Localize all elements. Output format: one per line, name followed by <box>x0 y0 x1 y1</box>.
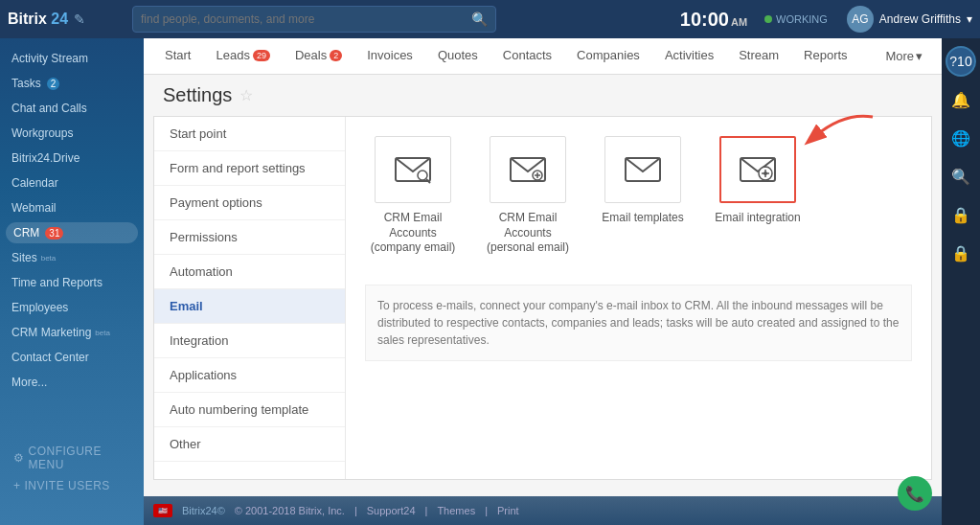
topbar: Bitrix 24 ✎ 🔍 10:00 AM WORKING AG Andrew… <box>0 0 980 38</box>
email-personal-icon <box>509 154 547 185</box>
settings-nav-form-report[interactable]: Form and report settings <box>154 151 345 186</box>
bell-icon[interactable]: 🔔 <box>946 84 976 115</box>
settings-layout: Start point Form and report settings Pay… <box>153 116 932 480</box>
tab-more[interactable]: More ▾ <box>876 41 932 71</box>
email-icon-box-company <box>375 136 451 203</box>
search-input[interactable] <box>141 12 471 26</box>
email-item-integration[interactable]: Email integration <box>710 136 806 256</box>
lock-icon[interactable]: 🔒 <box>946 199 976 230</box>
time-period: AM <box>731 16 747 28</box>
email-company-icon <box>394 154 432 185</box>
favorite-star-icon[interactable]: ☆ <box>239 86 253 104</box>
svg-point-12 <box>763 171 767 175</box>
sidebar-label-activity: Activity Stream <box>11 52 88 65</box>
sidebar-item-crm-marketing[interactable]: CRM Marketing beta <box>0 320 144 345</box>
footer-separator3: | <box>485 505 488 516</box>
time-display: 10:00 AM <box>680 9 747 31</box>
tab-start[interactable]: Start <box>153 40 202 72</box>
search-right-icon[interactable]: 🔍 <box>946 161 976 192</box>
sidebar-item-activity-stream[interactable]: Activity Stream <box>0 46 144 71</box>
sidebar-item-employees[interactable]: Employees <box>0 295 144 320</box>
sidebar-item-calendar[interactable]: Calendar <box>0 171 144 195</box>
tab-invoices[interactable]: Invoices <box>355 40 424 72</box>
settings-nav-other[interactable]: Other <box>154 427 345 462</box>
tab-reports-label: Reports <box>804 48 848 62</box>
sidebar-item-workgroups[interactable]: Workgroups <box>0 121 144 146</box>
footer-themes-link[interactable]: Themes <box>437 505 475 516</box>
working-status[interactable]: WORKING <box>764 13 828 25</box>
description-text: To process e-mails, connect your company… <box>377 299 899 347</box>
user-chevron-icon: ▾ <box>967 12 972 26</box>
settings-nav-applications[interactable]: Applications <box>154 358 345 393</box>
footer-support-link[interactable]: Support24 <box>367 505 416 516</box>
email-item-crm-personal[interactable]: CRM Email Accounts (personal email) <box>480 136 576 256</box>
working-label: WORKING <box>776 13 828 25</box>
settings-nav-payment[interactable]: Payment options <box>154 186 345 220</box>
tasks-badge: 2 <box>47 78 60 90</box>
page-content: Settings ☆ Start point Form and report s… <box>144 75 942 496</box>
tab-start-label: Start <box>165 48 191 62</box>
email-templates-label: Email templates <box>602 211 683 226</box>
configure-menu-button[interactable]: ⚙ CONFIGURE MENU <box>8 441 136 475</box>
settings-nav-automation[interactable]: Automation <box>154 255 345 289</box>
settings-nav-auto-numbering[interactable]: Auto numbering template <box>154 393 345 427</box>
search-bar[interactable]: 🔍 <box>132 6 496 33</box>
sidebar-item-sites[interactable]: Sites beta <box>0 245 144 270</box>
flag-icon[interactable]: 🇺🇸 <box>153 504 172 517</box>
tab-reports[interactable]: Reports <box>792 40 859 72</box>
logo-text: Bitrix 24 <box>8 11 68 28</box>
working-dot <box>764 15 772 23</box>
tab-deals[interactable]: Deals 2 <box>284 40 353 72</box>
sidebar-label-employees: Employees <box>11 301 68 314</box>
sidebar-item-more[interactable]: More... <box>0 370 144 395</box>
email-icon-box-integration <box>719 136 796 203</box>
logo-edit-icon[interactable]: ✎ <box>74 11 85 27</box>
footer-print-link[interactable]: Print <box>497 505 519 516</box>
email-item-templates[interactable]: Email templates <box>595 136 691 256</box>
globe-icon[interactable]: 🌐 <box>946 123 976 153</box>
sidebar-item-drive[interactable]: Bitrix24.Drive <box>0 146 144 171</box>
sidebar-label-drive: Bitrix24.Drive <box>11 151 80 165</box>
tab-deals-label: Deals <box>295 48 327 62</box>
leads-badge: 29 <box>253 50 270 61</box>
sidebar-item-contact-center[interactable]: Contact Center <box>0 345 144 370</box>
sidebar: Activity Stream Tasks 2 Chat and Calls W… <box>0 38 144 525</box>
sidebar-item-webmail[interactable]: Webmail <box>0 195 144 220</box>
right-sidebar: ? 10 🔔 🌐 🔍 🔒 🔒 <box>942 38 980 525</box>
phone-button[interactable]: 📞 <box>898 476 932 511</box>
sidebar-label-more: More... <box>11 376 47 389</box>
sidebar-item-tasks[interactable]: Tasks 2 <box>0 71 144 96</box>
tab-leads[interactable]: Leads 29 <box>204 40 281 72</box>
settings-nav-permissions[interactable]: Permissions <box>154 220 345 255</box>
settings-nav-email[interactable]: Email <box>154 289 345 324</box>
sidebar-label-contact-center: Contact Center <box>11 351 89 364</box>
email-icon-box-personal <box>490 136 566 203</box>
tab-leads-label: Leads <box>216 48 249 62</box>
help-icon[interactable]: ? 10 <box>946 46 976 77</box>
content-area: Start Leads 29 Deals 2 Invoices Quotes C… <box>144 38 942 525</box>
email-item-crm-company[interactable]: CRM Email Accounts (company email) <box>365 136 461 256</box>
tab-activities[interactable]: Activities <box>653 40 725 72</box>
tab-contacts-label: Contacts <box>503 48 552 62</box>
tab-stream[interactable]: Stream <box>727 40 790 72</box>
configure-label: CONFIGURE MENU <box>29 445 131 471</box>
settings-nav-start-point[interactable]: Start point <box>154 117 345 151</box>
invite-label: INVITE USERS <box>25 479 110 492</box>
invite-users-button[interactable]: + INVITE USERS <box>8 475 136 496</box>
footer-separator1: | <box>354 505 357 516</box>
email-company-label: CRM Email Accounts (company email) <box>365 211 461 256</box>
email-templates-icon <box>624 154 662 185</box>
avatar: AG <box>847 6 874 33</box>
lock2-icon[interactable]: 🔒 <box>946 238 976 268</box>
sidebar-item-crm[interactable]: CRM 31 <box>6 222 138 243</box>
sidebar-item-time-reports[interactable]: Time and Reports <box>0 270 144 295</box>
tab-contacts[interactable]: Contacts <box>491 40 563 72</box>
settings-nav-integration[interactable]: Integration <box>154 324 345 358</box>
sidebar-label-tasks: Tasks <box>11 77 41 90</box>
tab-quotes[interactable]: Quotes <box>426 40 490 72</box>
svg-line-14 <box>767 179 768 181</box>
sidebar-item-chat[interactable]: Chat and Calls <box>0 96 144 121</box>
footer-separator2: | <box>425 505 428 516</box>
user-menu[interactable]: AG Andrew Griffiths ▾ <box>847 6 972 33</box>
tab-companies[interactable]: Companies <box>565 40 651 72</box>
